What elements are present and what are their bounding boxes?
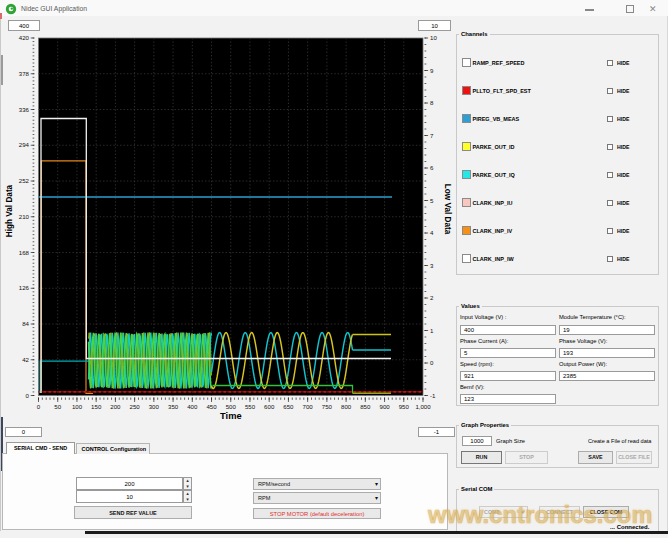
svg-text:6: 6 xyxy=(430,164,434,171)
svg-text:126: 126 xyxy=(19,284,30,291)
svg-text:336: 336 xyxy=(19,106,30,113)
svg-text:42: 42 xyxy=(22,356,29,363)
svg-text:1: 1 xyxy=(430,327,434,334)
svg-text:8: 8 xyxy=(430,99,434,106)
svg-text:3: 3 xyxy=(430,262,434,269)
svg-text:150: 150 xyxy=(91,403,102,410)
svg-text:7: 7 xyxy=(430,132,434,139)
svg-text:420: 420 xyxy=(19,34,30,41)
svg-text:1,000: 1,000 xyxy=(415,403,431,410)
svg-text:5: 5 xyxy=(430,197,434,204)
svg-text:100: 100 xyxy=(72,403,83,410)
svg-text:2: 2 xyxy=(430,294,434,301)
svg-text:950: 950 xyxy=(399,403,410,410)
svg-text:210: 210 xyxy=(19,213,30,220)
svg-text:800: 800 xyxy=(341,403,352,410)
svg-text:9: 9 xyxy=(430,67,434,74)
svg-text:Time: Time xyxy=(220,411,242,421)
svg-text:700: 700 xyxy=(303,403,314,410)
svg-text:0: 0 xyxy=(26,392,30,399)
svg-text:378: 378 xyxy=(19,70,30,77)
svg-text:500: 500 xyxy=(226,403,237,410)
svg-text:-1: -1 xyxy=(430,392,436,399)
svg-text:200: 200 xyxy=(110,403,121,410)
svg-text:300: 300 xyxy=(149,403,160,410)
svg-text:350: 350 xyxy=(168,403,179,410)
svg-text:50: 50 xyxy=(54,403,61,410)
svg-text:250: 250 xyxy=(130,403,141,410)
svg-text:450: 450 xyxy=(206,403,217,410)
svg-text:252: 252 xyxy=(19,177,30,184)
svg-text:High Val Data: High Val Data xyxy=(5,184,14,237)
svg-text:168: 168 xyxy=(19,249,30,256)
svg-text:Low Val Data: Low Val Data xyxy=(443,184,452,235)
svg-text:0: 0 xyxy=(37,403,41,410)
svg-text:900: 900 xyxy=(380,403,391,410)
svg-text:294: 294 xyxy=(19,141,30,148)
svg-text:600: 600 xyxy=(264,403,275,410)
svg-text:10: 10 xyxy=(430,34,437,41)
svg-text:550: 550 xyxy=(245,403,256,410)
svg-text:850: 850 xyxy=(360,403,371,410)
svg-text:400: 400 xyxy=(187,403,198,410)
svg-text:0: 0 xyxy=(430,359,434,366)
svg-text:84: 84 xyxy=(22,320,29,327)
svg-text:750: 750 xyxy=(322,403,333,410)
svg-text:4: 4 xyxy=(430,229,434,236)
svg-text:650: 650 xyxy=(283,403,294,410)
